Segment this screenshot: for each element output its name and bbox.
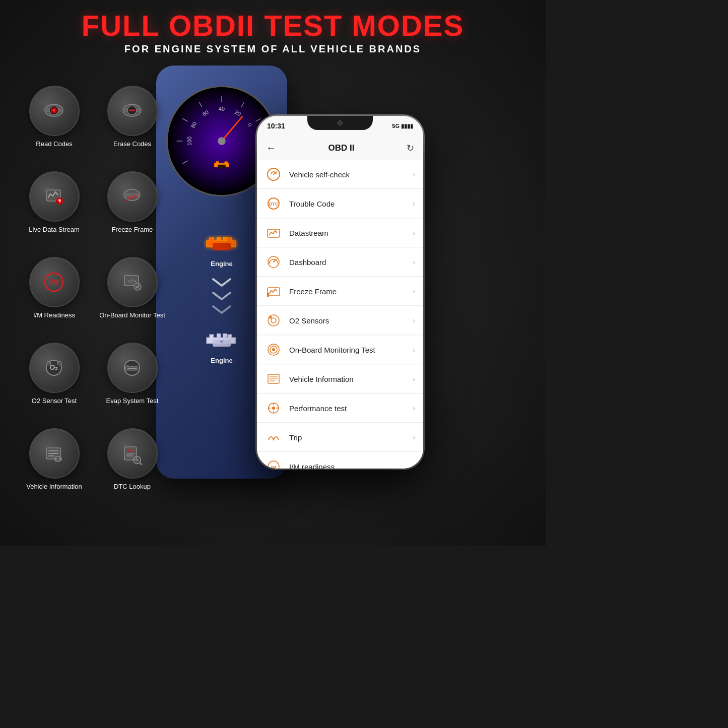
smartphone: 10:31 5G ▮▮▮▮ ← OBD II ↻ Vehic (257, 116, 423, 469)
performance-test-icon (265, 400, 282, 417)
svg-point-4 (53, 109, 55, 111)
read-codes-label: Read Codes (36, 140, 72, 148)
svg-text:100: 100 (186, 137, 192, 146)
svg-text:O₂: O₂ (50, 363, 58, 371)
on-board-monitor-icon: </> (118, 269, 146, 296)
svg-point-23 (47, 361, 51, 365)
im-readiness-arrow: › (413, 462, 415, 469)
nav-refresh-button[interactable]: ↻ (407, 143, 414, 154)
engine-section: Engine (176, 212, 267, 364)
on-board-monitoring-label: On-Board Monitoring Test (289, 346, 413, 354)
trouble-code-icon: DTC (265, 195, 282, 212)
feature-evap-system-test: Evap System Test (93, 338, 171, 423)
svg-rect-27 (126, 365, 129, 367)
live-data-stream-icon-circle (29, 171, 80, 222)
o2-sensors-icon (265, 312, 282, 329)
vehicle-self-check-icon (265, 166, 282, 183)
performance-test-arrow: › (413, 404, 415, 412)
svg-point-76 (271, 318, 276, 323)
im-readiness-icon: I/M (40, 269, 68, 296)
svg-rect-60 (213, 243, 231, 250)
menu-item-vehicle-self-check[interactable]: Vehicle self-check › (257, 160, 423, 189)
features-grid: Read Codes Erase Codes (15, 81, 171, 509)
menu-item-trouble-code[interactable]: DTC Trouble Code › (257, 189, 423, 218)
datastream-icon (265, 224, 282, 241)
menu-item-dashboard[interactable]: Dashboard › (257, 248, 423, 277)
menu-item-im-readiness[interactable]: I/M I/M readiness › (257, 452, 423, 469)
on-board-monitoring-icon (265, 341, 282, 358)
vehicle-info-label: Vehicle Information (26, 483, 82, 490)
freeze-frame-icon-circle (107, 171, 158, 222)
menu-item-performance-test[interactable]: Performance test › (257, 394, 423, 423)
menu-list: Vehicle self-check › DTC Trouble Code › (257, 160, 423, 469)
vehicle-info-icon-circle (29, 428, 80, 479)
menu-item-on-board-monitoring[interactable]: On-Board Monitoring Test › (257, 336, 423, 364)
svg-text:DTC: DTC (269, 202, 279, 207)
notch (307, 116, 373, 130)
im-readiness-icon-circle: I/M (29, 257, 80, 307)
freeze-frame-menu-icon (265, 283, 282, 300)
feature-o2-sensor-test: O₂ O2 Sensor Test (15, 338, 93, 423)
svg-text:DTC: DTC (127, 449, 134, 452)
menu-item-datastream[interactable]: Datastream › (257, 219, 423, 247)
nav-bar: ← OBD II ↻ (257, 136, 423, 160)
vehicle-info-icon (40, 440, 68, 468)
dashboard-arrow: › (413, 258, 415, 266)
center-device: 100 80 60 40 20 0 (156, 65, 348, 494)
chevron-2 (209, 290, 234, 303)
erase-codes-label: Erase Codes (113, 140, 151, 148)
menu-item-vehicle-information[interactable]: Vehicle Information › (257, 365, 423, 393)
vehicle-self-check-arrow: › (413, 170, 415, 178)
o2-sensor-test-label: O2 Sensor Test (32, 397, 77, 405)
engine-icon-1 (202, 227, 242, 257)
phone-screen: 10:31 5G ▮▮▮▮ ← OBD II ↻ Vehic (257, 116, 423, 469)
o2-sensor-icon: O₂ (40, 354, 68, 382)
performance-test-label: Performance test (289, 404, 413, 413)
svg-rect-62 (223, 237, 227, 241)
datastream-arrow: › (413, 229, 415, 237)
evap-system-test-label: Evap System Test (106, 397, 159, 405)
freeze-frame-menu-label: Freeze Frame (289, 287, 413, 296)
datastream-label: Datastream (289, 229, 413, 237)
im-readiness-label: I/M Readiness (33, 311, 75, 319)
svg-line-40 (140, 462, 142, 465)
menu-item-o2-sensors[interactable]: O2 Sensors › (257, 306, 423, 335)
trip-icon (265, 429, 282, 446)
status-time: 10:31 (267, 122, 285, 130)
on-board-monitoring-arrow: › (413, 346, 415, 354)
svg-point-80 (272, 348, 275, 351)
svg-rect-74 (267, 293, 269, 297)
svg-rect-65 (223, 334, 227, 338)
signal-icon: 5G (392, 123, 400, 129)
menu-item-trip[interactable]: Trip › (257, 423, 423, 452)
engine-label-1: Engine (202, 260, 242, 268)
dashboard-icon (265, 253, 282, 271)
page-subtitle: FOR ENGINE SYSTEM OF ALL VEHICLE BRANDS (0, 43, 546, 55)
freeze-frame-arrow: › (413, 287, 415, 295)
chevron-3 (209, 304, 234, 316)
vehicle-self-check-label: Vehicle self-check (289, 170, 413, 179)
header: FULL OBDII TEST MODES FOR ENGINE SYSTEM … (0, 0, 546, 55)
menu-item-freeze-frame[interactable]: Freeze Frame › (257, 277, 423, 306)
vehicle-information-icon (265, 370, 282, 387)
o2-sensors-arrow: › (413, 316, 415, 324)
svg-rect-59 (218, 165, 226, 169)
svg-point-86 (272, 407, 275, 410)
freeze-frame-icon (118, 183, 146, 211)
nav-back-button[interactable]: ← (266, 142, 276, 154)
erase-codes-icon (118, 97, 146, 125)
freeze-frame-label: Freeze Frame (112, 226, 153, 233)
dtc-lookup-icon: DTC (118, 440, 146, 468)
camera (338, 120, 343, 125)
status-icons: 5G ▮▮▮▮ (392, 123, 413, 129)
svg-text:</>: </> (128, 279, 137, 284)
feature-on-board-monitor: </> On-Board Monitor Test (93, 252, 171, 338)
read-codes-icon (40, 97, 68, 125)
im-readiness-menu-label: I/M readiness (289, 462, 413, 469)
evap-system-icon-circle (107, 343, 158, 393)
o2-sensors-label: O2 Sensors (289, 316, 413, 325)
dtc-lookup-label: DTC Lookup (114, 483, 151, 490)
svg-rect-14 (124, 193, 140, 197)
feature-live-data-stream: Live Data Stream (15, 166, 93, 252)
svg-rect-64 (217, 334, 221, 338)
